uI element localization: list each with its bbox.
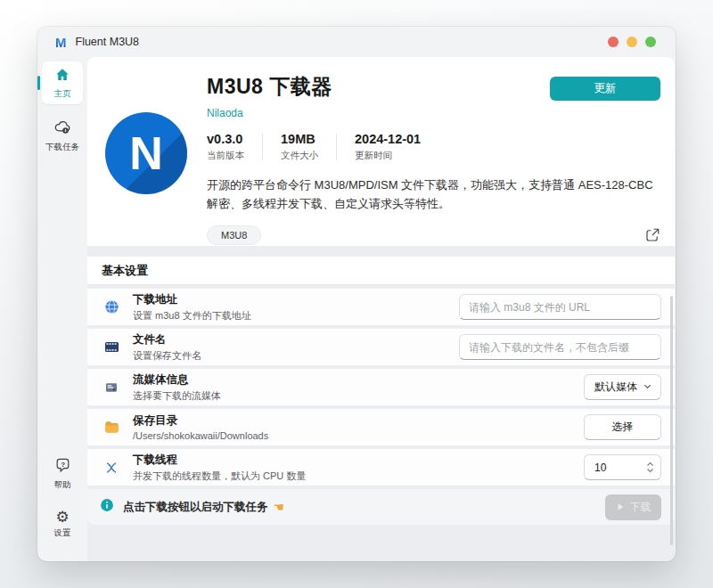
svg-text:?: ? xyxy=(61,461,65,469)
minimize-button[interactable] xyxy=(627,37,637,47)
divider xyxy=(336,134,337,160)
setting-subtitle: 设置 m3u8 文件的下载地址 xyxy=(133,309,459,323)
download-hint: 点击下载按钮以启动下载任务 xyxy=(123,500,268,515)
save-path-value: /Users/shokokawaii/Downloads xyxy=(133,430,584,441)
app-window: M Fluent M3U8 主页 下载任务 xyxy=(37,27,676,561)
sidebar-item-label: 下载任务 xyxy=(45,142,79,153)
pointing-hand-icon: ☚ xyxy=(274,500,285,514)
author-link[interactable]: Nilaoda xyxy=(207,107,243,119)
app-description: 开源的跨平台命令行 M3U8/MPD/ISM 文件下载器，功能强大，支持普通 A… xyxy=(207,176,660,214)
stat-version: v0.3.0 当前版本 xyxy=(207,132,244,162)
section-title: 基本设置 xyxy=(102,263,148,279)
setting-title: 下载线程 xyxy=(133,453,584,468)
setting-row-save-directory: 保存目录 /Users/shokokawaii/Downloads 选择 xyxy=(87,409,675,445)
app-logo-icon: M xyxy=(55,36,67,49)
setting-row-stream-media: 流媒体信息 选择要下载的流媒体 默认媒体 xyxy=(87,369,675,405)
sidebar: 主页 下载任务 ? 帮助 xyxy=(37,57,87,561)
app-header-info: M3U8 下载器 Nilaoda v0.3.0 当前版本 19MB 文件大小 2… xyxy=(207,73,660,245)
filename-input[interactable] xyxy=(459,334,661,360)
sidebar-item-settings[interactable]: 设置 xyxy=(42,504,83,543)
threads-icon xyxy=(102,460,121,476)
close-button[interactable] xyxy=(608,37,619,47)
setting-title: 保存目录 xyxy=(133,413,584,429)
film-icon xyxy=(102,339,121,355)
app-stats: v0.3.0 当前版本 19MB 文件大小 2024-12-01 更新时间 xyxy=(207,132,660,162)
stat-filesize: 19MB 文件大小 xyxy=(281,132,318,162)
app-header-card: 更新 N M3U8 下载器 Nilaoda v0.3.0 当前版本 19MB 文… xyxy=(87,57,675,246)
setting-title: 文件名 xyxy=(133,332,459,347)
chevron-down-icon xyxy=(643,381,652,394)
app-logo: N xyxy=(105,112,187,194)
setting-subtitle: 并发下载的线程数量，默认为 CPU 数量 xyxy=(133,470,584,483)
setting-title: 流媒体信息 xyxy=(133,372,584,388)
cloud-download-icon xyxy=(53,118,71,140)
thread-count-stepper[interactable]: 10 xyxy=(584,454,661,480)
divider xyxy=(262,134,263,160)
active-indicator xyxy=(37,76,40,90)
setting-subtitle: 设置保存文件名 xyxy=(133,349,459,363)
media-select-value: 默认媒体 xyxy=(594,380,637,395)
folder-icon xyxy=(102,419,121,436)
choose-directory-button[interactable]: 选择 xyxy=(584,414,661,440)
sidebar-item-label: 主页 xyxy=(54,88,71,100)
home-icon xyxy=(54,67,70,86)
setting-subtitle: 选择要下载的流媒体 xyxy=(133,389,584,403)
stat-updated: 2024-12-01 更新时间 xyxy=(355,132,421,162)
share-icon[interactable] xyxy=(644,227,660,243)
setting-row-download-threads: 下载线程 并发下载的线程数量，默认为 CPU 数量 10 xyxy=(87,449,675,486)
setting-row-download-url: 下载地址 设置 m3u8 文件的下载地址 xyxy=(87,289,675,325)
gear-icon xyxy=(55,510,69,526)
sidebar-item-download-tasks[interactable]: 下载任务 xyxy=(42,113,83,158)
thread-count-value: 10 xyxy=(594,461,606,474)
setting-row-filename: 文件名 设置保存文件名 xyxy=(87,329,675,365)
media-info-icon xyxy=(102,380,121,395)
globe-icon xyxy=(102,298,121,315)
section-basic-settings: 基本设置 xyxy=(87,257,675,285)
info-icon xyxy=(100,498,114,516)
stepper-icons[interactable] xyxy=(646,461,654,473)
setting-title: 下载地址 xyxy=(133,292,459,307)
tag-m3u8: M3U8 xyxy=(207,225,261,245)
sidebar-item-label: 帮助 xyxy=(54,479,71,491)
tag-row: M3U8 xyxy=(207,225,660,245)
page-title: M3U8 下载器 xyxy=(207,73,660,101)
main-content: 更新 N M3U8 下载器 Nilaoda v0.3.0 当前版本 19MB 文… xyxy=(87,57,675,561)
traffic-lights xyxy=(608,37,656,47)
m3u8-url-input[interactable] xyxy=(459,294,661,320)
titlebar: M Fluent M3U8 xyxy=(37,27,676,57)
sidebar-item-help[interactable]: ? 帮助 xyxy=(42,452,83,495)
download-button[interactable]: 下载 xyxy=(605,494,661,520)
sidebar-bottom: ? 帮助 设置 xyxy=(42,452,83,561)
media-select[interactable]: 默认媒体 xyxy=(584,374,661,400)
sidebar-item-label: 设置 xyxy=(54,527,71,539)
maximize-button[interactable] xyxy=(645,37,656,47)
scrollbar-thumb[interactable] xyxy=(670,296,673,545)
sidebar-item-home[interactable]: 主页 xyxy=(42,61,83,104)
window-title: Fluent M3U8 xyxy=(76,36,140,48)
download-footer: 点击下载按钮以启动下载任务 ☚ 下载 xyxy=(87,489,675,525)
help-bubble-icon: ? xyxy=(54,457,71,478)
